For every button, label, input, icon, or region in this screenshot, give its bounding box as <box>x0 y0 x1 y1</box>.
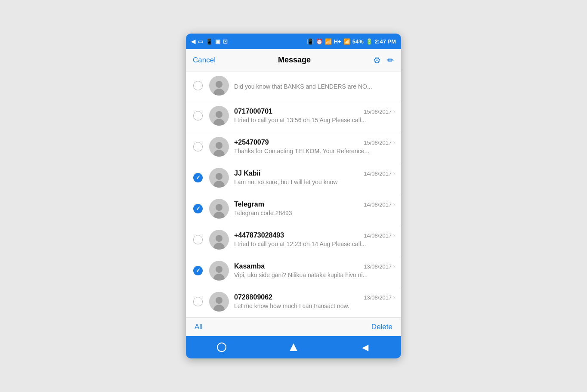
message-content: Kasamba 13/08/2017 › Vipi, uko side gani… <box>234 262 395 278</box>
back-nav-button[interactable]: ◀ <box>355 340 376 355</box>
checkbox-6[interactable] <box>192 235 204 244</box>
time-display: 2:47 PM <box>375 38 396 45</box>
message-preview: Thanks for Contacting TELKOM. Your Refer… <box>234 148 395 154</box>
home-icon <box>217 343 226 352</box>
message-preview: Vipi, uko side gani? Nilikua nataka kupi… <box>234 272 395 278</box>
message-date: 14/08/2017 › <box>364 232 395 239</box>
avatar <box>209 261 229 281</box>
message-content: 0717000701 15/08/2017 › I tried to call … <box>234 108 395 123</box>
avatar <box>209 106 229 126</box>
checked-circle <box>193 266 203 275</box>
nav-icons: ⚙ ✏ <box>373 55 394 65</box>
avatar <box>209 230 229 250</box>
checkbox-1[interactable] <box>192 81 204 90</box>
message-content: +447873028493 14/08/2017 › I tried to ca… <box>234 231 395 247</box>
message-content: Telegram 14/08/2017 › Telegram code 2849… <box>234 201 395 216</box>
battery-percent: 54% <box>352 38 364 45</box>
svg-marker-0 <box>290 343 297 351</box>
bottom-action-bar: All Delete <box>186 317 401 336</box>
checkbox-4[interactable] <box>192 173 204 182</box>
list-item[interactable]: +447873028493 14/08/2017 › I tried to ca… <box>186 224 401 255</box>
message-content: Did you know that BANKS and LENDERS are … <box>234 82 395 90</box>
unchecked-circle <box>193 81 203 90</box>
chevron-icon: › <box>393 294 395 301</box>
page-title: Message <box>278 56 311 65</box>
sender-name: JJ Kabii <box>234 170 260 177</box>
checkbox-8[interactable] <box>192 297 204 306</box>
message-content: 0728809062 13/08/2017 › Let me know how … <box>234 293 395 309</box>
signal2-icon: 📶 <box>343 38 350 45</box>
message-header: JJ Kabii 14/08/2017 › <box>234 170 395 177</box>
chevron-icon: › <box>393 232 395 239</box>
message-header: +447873028493 14/08/2017 › <box>234 231 395 239</box>
whatsapp-icon: 📱 <box>206 38 213 45</box>
cancel-button[interactable]: Cancel <box>193 56 216 65</box>
message-header: 0717000701 15/08/2017 › <box>234 108 395 115</box>
unchecked-circle <box>193 235 203 244</box>
avatar <box>209 292 229 312</box>
select-all-button[interactable]: All <box>195 323 203 331</box>
settings-icon[interactable]: ⚙ <box>373 55 381 65</box>
sender-name: +447873028493 <box>234 231 284 239</box>
list-item[interactable]: Telegram 14/08/2017 › Telegram code 2849… <box>186 193 401 224</box>
alarm-icon: ⏰ <box>316 38 323 45</box>
list-item[interactable]: 0717000701 15/08/2017 › I tried to call … <box>186 100 401 131</box>
signal-icon: 📶 <box>325 38 332 45</box>
list-item[interactable]: JJ Kabii 14/08/2017 › I am not so sure, … <box>186 162 401 193</box>
delete-button[interactable]: Delete <box>371 323 392 331</box>
message-list: Did you know that BANKS and LENDERS are … <box>186 71 401 317</box>
back-nav-icon: ◀ <box>191 38 195 45</box>
status-left-icons: ◀ ▭ 📱 ▣ ⊡ <box>191 38 228 45</box>
list-item[interactable]: Kasamba 13/08/2017 › Vipi, uko side gani… <box>186 255 401 286</box>
message-content: JJ Kabii 14/08/2017 › I am not so sure, … <box>234 170 395 185</box>
message-preview: I tried to call you at 13:56 on 15 Aug P… <box>234 117 395 123</box>
message-preview: Telegram code 28493 <box>234 210 395 216</box>
avatar <box>209 76 229 96</box>
wallet-icon: ▣ <box>215 38 220 45</box>
chevron-icon: › <box>393 139 395 146</box>
network-icon: H+ <box>334 38 341 45</box>
apps-icon <box>289 343 298 352</box>
message-date: 15/08/2017 › <box>364 108 395 115</box>
vibrate-icon: 📳 <box>307 38 314 45</box>
message-date: 13/08/2017 › <box>364 294 395 301</box>
message-preview: Did you know that BANKS and LENDERS are … <box>234 83 395 90</box>
list-item[interactable]: +25470079 15/08/2017 › Thanks for Contac… <box>186 131 401 162</box>
status-right: 📳 ⏰ 📶 H+ 📶 54% 🔋 2:47 PM <box>307 38 396 45</box>
list-item[interactable]: Did you know that BANKS and LENDERS are … <box>186 71 401 100</box>
chevron-icon: › <box>393 263 395 270</box>
checkbox-7[interactable] <box>192 266 204 275</box>
photo-icon: ⊡ <box>223 38 228 45</box>
avatar <box>209 199 229 219</box>
message-header: Telegram 14/08/2017 › <box>234 201 395 208</box>
message-header: +25470079 15/08/2017 › <box>234 139 395 146</box>
message-content: +25470079 15/08/2017 › Thanks for Contac… <box>234 139 395 154</box>
unchecked-circle <box>193 142 203 151</box>
chevron-icon: › <box>393 108 395 115</box>
compose-icon[interactable]: ✏ <box>387 55 394 65</box>
back-icon: ◀ <box>362 342 368 352</box>
checked-circle <box>193 204 203 213</box>
message-date: 14/08/2017 › <box>364 170 395 177</box>
unchecked-circle <box>193 297 203 306</box>
phone-container: ◀ ▭ 📱 ▣ ⊡ 📳 ⏰ 📶 H+ 📶 54% 🔋 2:47 PM Cance… <box>186 34 401 358</box>
bottom-navigation: ◀ <box>186 336 401 358</box>
home-nav-button[interactable] <box>211 340 232 355</box>
checkbox-5[interactable] <box>192 204 204 213</box>
message-preview: Let me know how much I can transact now. <box>234 302 395 309</box>
sender-name: Kasamba <box>234 262 265 270</box>
sender-name: 0728809062 <box>234 293 272 301</box>
apps-nav-button[interactable] <box>283 340 304 355</box>
checkbox-2[interactable] <box>192 111 204 120</box>
checkbox-3[interactable] <box>192 142 204 151</box>
status-bar: ◀ ▭ 📱 ▣ ⊡ 📳 ⏰ 📶 H+ 📶 54% 🔋 2:47 PM <box>186 34 401 49</box>
message-date: 14/08/2017 › <box>364 201 395 208</box>
message-date: 15/08/2017 › <box>364 139 395 146</box>
browser-icon: ▭ <box>198 38 203 45</box>
list-item[interactable]: 0728809062 13/08/2017 › Let me know how … <box>186 286 401 317</box>
chevron-icon: › <box>393 201 395 208</box>
message-preview: I tried to call you at 12:23 on 14 Aug P… <box>234 241 395 247</box>
avatar <box>209 137 229 157</box>
message-preview: I am not so sure, but I will let you kno… <box>234 179 395 185</box>
sender-name: +25470079 <box>234 139 269 146</box>
